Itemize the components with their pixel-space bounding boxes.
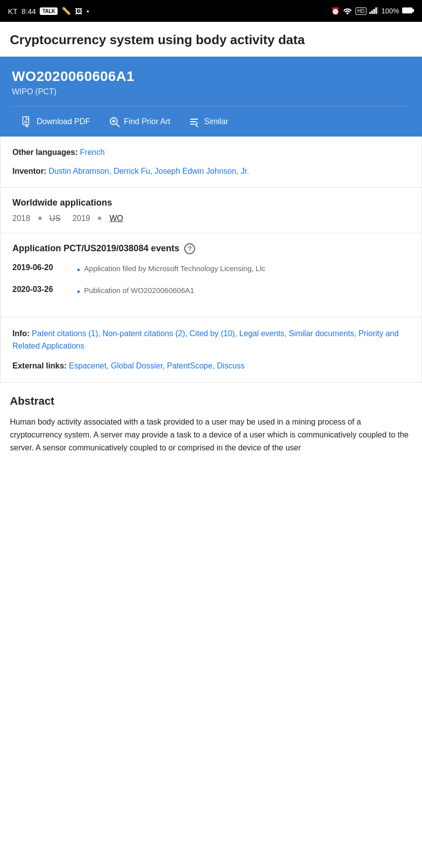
- event-text-1: Application filed by Microsoft Technolog…: [84, 263, 265, 275]
- event-text-2: Publication of WO2020060606A1: [84, 285, 194, 296]
- svg-rect-3: [375, 7, 377, 14]
- us-link[interactable]: US: [50, 214, 61, 223]
- find-prior-art-button[interactable]: Find Prior Art: [99, 109, 179, 135]
- event-bullet-1: •: [77, 264, 80, 277]
- talk-icon: TALK: [40, 7, 58, 15]
- dot-indicator: •: [86, 7, 89, 15]
- external-links-row: External links: Espacenet, Global Dossie…: [12, 360, 410, 372]
- info-links-row: Info: Patent citations (1), Non-patent c…: [12, 327, 410, 353]
- battery-icon: [402, 7, 414, 15]
- wifi-icon: [343, 6, 352, 16]
- events-title: Application PCT/US2019/038084 events: [12, 243, 179, 254]
- events-title-row: Application PCT/US2019/038084 events ?: [12, 243, 410, 254]
- inventor-label: Inventor:: [12, 167, 46, 175]
- action-buttons: Download PDF Find Prior Art Similar: [12, 106, 410, 137]
- event-row-1: 2019-06-20 • Application filed by Micros…: [12, 263, 410, 277]
- event-date-2: 2020-03-26: [12, 285, 67, 299]
- abstract-section: Abstract Human body activity associated …: [0, 383, 422, 467]
- year-2019: 2019: [72, 214, 90, 223]
- svg-rect-2: [373, 9, 375, 14]
- worldwide-title: Worldwide applications: [12, 198, 410, 208]
- similar-label: Similar: [204, 117, 228, 126]
- bullet-1: [38, 217, 42, 220]
- patent-number: WO2020060606A1: [12, 69, 410, 84]
- status-left: KT 8:44 TALK ✏️ 🖼 •: [8, 6, 89, 15]
- inventor-row: Inventor: Dustin Abramson, Derrick Fu, J…: [12, 165, 410, 177]
- wo-link[interactable]: WO: [109, 214, 123, 223]
- signal-icon: [369, 7, 378, 15]
- events-section: Application PCT/US2019/038084 events ? 2…: [0, 233, 422, 317]
- abstract-text: Human body activity associated with a ta…: [10, 416, 412, 455]
- hd-icon: HD: [355, 7, 366, 15]
- info-links[interactable]: Patent citations (1), Non-patent citatio…: [12, 329, 399, 351]
- svg-rect-1: [371, 10, 373, 14]
- links-section: Info: Patent citations (1), Non-patent c…: [0, 317, 422, 383]
- svg-rect-7: [403, 8, 412, 13]
- carrier-text: KT: [8, 7, 17, 15]
- years-row: 2018 US 2019 WO: [12, 214, 410, 223]
- event-desc-1: • Application filed by Microsoft Technol…: [77, 263, 265, 277]
- page-title: Cryptocurrency system using body activit…: [0, 22, 422, 57]
- event-bullet-2: •: [77, 286, 80, 299]
- languages-row: Other languages: French: [12, 146, 410, 158]
- svg-rect-9: [23, 117, 29, 125]
- info-links-text: Patent citations (1), Non-patent citatio…: [12, 329, 399, 351]
- similar-button[interactable]: Similar: [179, 109, 237, 135]
- inventor-link[interactable]: Dustin Abramson, Derrick Fu, Joseph Edwi…: [49, 167, 249, 175]
- event-desc-2: • Publication of WO2020060606A1: [77, 285, 194, 299]
- event-date-1: 2019-06-20: [12, 263, 67, 277]
- inventor-value: Dustin Abramson, Derrick Fu, Joseph Edwi…: [49, 167, 249, 175]
- pdf-icon: [21, 116, 33, 128]
- download-pdf-label: Download PDF: [37, 117, 90, 126]
- edit-icon: ✏️: [62, 6, 71, 15]
- abstract-title: Abstract: [10, 395, 412, 408]
- external-label: External links:: [12, 362, 67, 370]
- similar-icon: [188, 116, 200, 128]
- language-link[interactable]: French: [80, 148, 105, 156]
- svg-rect-8: [413, 9, 414, 12]
- patent-org: WIPO (PCT): [12, 87, 410, 96]
- status-bar: KT 8:44 TALK ✏️ 🖼 • ⏰ HD: [0, 0, 422, 22]
- find-prior-art-label: Find Prior Art: [124, 117, 170, 126]
- bullet-2: [98, 217, 101, 220]
- external-links[interactable]: Espacenet, Global Dossier, PatentScope, …: [69, 362, 245, 370]
- year-2018: 2018: [12, 214, 30, 223]
- help-icon[interactable]: ?: [184, 243, 195, 254]
- event-row-2: 2020-03-26 • Publication of WO2020060606…: [12, 285, 410, 299]
- svg-rect-0: [369, 12, 371, 14]
- photo-icon: 🖼: [75, 7, 82, 15]
- worldwide-applications-section: Worldwide applications 2018 US 2019 WO: [0, 188, 422, 233]
- info-label: Info:: [12, 329, 30, 338]
- language-value: French: [80, 148, 105, 156]
- svg-rect-4: [377, 7, 378, 14]
- patent-header-card: WO2020060606A1 WIPO (PCT) Download PDF: [0, 57, 422, 137]
- external-links-text: Espacenet, Global Dossier, PatentScope, …: [69, 362, 245, 370]
- prior-art-icon: [108, 116, 120, 128]
- languages-label: Other languages:: [12, 148, 78, 156]
- status-right: ⏰ HD 100%: [331, 6, 414, 16]
- info-section: Other languages: French Inventor: Dustin…: [0, 137, 422, 188]
- download-pdf-button[interactable]: Download PDF: [12, 109, 99, 135]
- battery-text: 100%: [381, 7, 399, 15]
- time-text: 8:44: [21, 7, 36, 15]
- alarm-icon: ⏰: [331, 7, 340, 15]
- svg-line-13: [116, 124, 119, 127]
